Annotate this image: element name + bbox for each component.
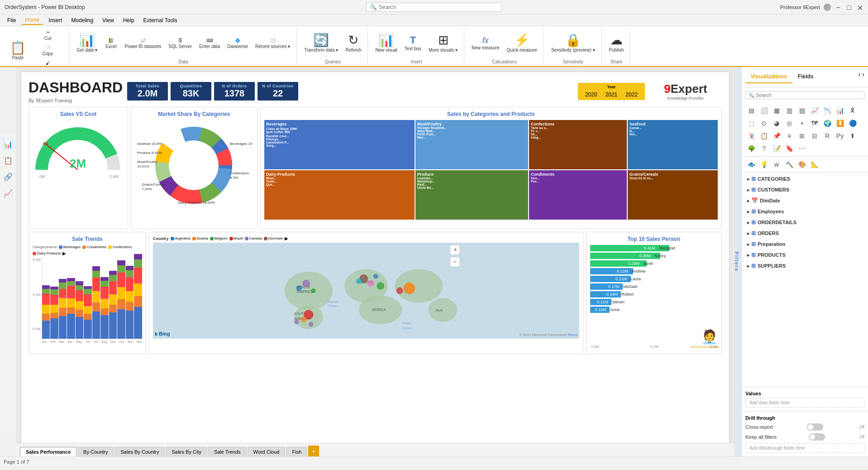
transform-button[interactable]: 🔄Transform data ▾ bbox=[301, 32, 341, 54]
legend-argentina[interactable]: Argentina bbox=[171, 236, 191, 240]
tab-fish[interactable]: Fish bbox=[286, 447, 307, 456]
bar-laura[interactable]: 0.21M Laura bbox=[590, 276, 718, 282]
treemap-condiments[interactable]: Condiments Siro... Pav... bbox=[529, 170, 627, 220]
close-button[interactable]: ✕ bbox=[856, 4, 863, 11]
viz-treemap[interactable]: ▪ bbox=[796, 117, 808, 129]
bar-aug[interactable] bbox=[100, 277, 109, 339]
menu-insert[interactable]: Insert bbox=[45, 16, 66, 24]
legend-canada[interactable]: Canada bbox=[245, 236, 262, 240]
bar-steven[interactable]: 0.11M Steven bbox=[590, 299, 718, 305]
map-background[interactable]: NORTH AMERICA SOUTH AMERICA EUROPE AFRIC… bbox=[153, 243, 579, 339]
menu-file[interactable]: File bbox=[4, 16, 19, 24]
bar-janet[interactable]: 0.29M Janet bbox=[590, 260, 718, 267]
maximize-button[interactable]: □ bbox=[845, 4, 853, 11]
bar-may[interactable] bbox=[76, 281, 84, 339]
viz-nar[interactable]: 📝 bbox=[771, 143, 782, 154]
get-data-button[interactable]: 📊Get data ▾ bbox=[74, 32, 100, 54]
fields-tab[interactable]: Fields bbox=[792, 71, 819, 83]
year-2020[interactable]: 2020 bbox=[582, 91, 600, 98]
bar-nancy[interactable]: 0.36M Nancy bbox=[590, 253, 718, 259]
viz-map[interactable]: 🗺 bbox=[809, 117, 820, 129]
viz-table[interactable]: ⊞ bbox=[796, 130, 808, 142]
format-painter-button[interactable]: 🖌Format painter bbox=[30, 59, 65, 67]
year-2021[interactable]: 2021 bbox=[603, 91, 620, 98]
bar-anne[interactable]: 0.10M Anne bbox=[590, 307, 718, 313]
bar-feb[interactable] bbox=[50, 287, 58, 339]
viz-funnel[interactable]: ⏬ bbox=[834, 117, 846, 129]
fields-search[interactable]: 🔍 bbox=[745, 91, 864, 99]
publish-button[interactable]: ☁Publish bbox=[606, 32, 627, 54]
legend-austria[interactable]: Austria bbox=[192, 236, 208, 240]
viz-paginated[interactable]: 🔖 bbox=[783, 143, 795, 154]
viz-custom3[interactable]: w bbox=[771, 158, 782, 170]
viz-custom1[interactable]: 🐟 bbox=[745, 158, 757, 170]
refresh-button[interactable]: ↻Refresh bbox=[343, 32, 364, 54]
new-visual-button[interactable]: 📊New visual bbox=[372, 32, 400, 54]
tab-add-button[interactable]: + bbox=[308, 446, 319, 456]
sales-vs-cost-chart[interactable]: Sales VS Cost 2M 0M 2.0M 1M bbox=[29, 107, 128, 229]
field-group-orderdetails[interactable]: ▸ ⊞ ORDERDETAILS bbox=[745, 218, 864, 227]
viz-slicer[interactable]: ≡ bbox=[783, 130, 795, 142]
field-group-employees[interactable]: ▸ ⊞ Employees bbox=[745, 207, 864, 216]
fields-search-input[interactable] bbox=[756, 92, 861, 98]
treemap-chart[interactable]: Sales by Categories and Products Beverag… bbox=[260, 107, 722, 229]
enter-data-button[interactable]: ⌨Enter data bbox=[196, 36, 223, 51]
legend-belgium[interactable]: Belgium bbox=[210, 236, 228, 240]
kpi-orders[interactable]: N of Orders 1378 bbox=[214, 82, 255, 101]
top10-chart[interactable]: Top 10 Sales Person 0.41M Margaret 0.36M… bbox=[586, 232, 722, 354]
map-chart[interactable]: Country Argentina Austria Belgium Brazil… bbox=[149, 232, 583, 354]
viz-more[interactable]: ⋯ bbox=[796, 143, 808, 154]
year-2022[interactable]: 2022 bbox=[623, 91, 640, 98]
bar-robert[interactable]: 0.16M Robert bbox=[590, 291, 718, 297]
treemap-confections[interactable]: Confections Tarte au s... Pt. c... Sir..… bbox=[529, 120, 627, 169]
viz-clustered-col[interactable]: ▧ bbox=[796, 105, 808, 116]
viz-area[interactable]: 📉 bbox=[821, 105, 833, 116]
sidebar-report-icon[interactable]: 📊 bbox=[2, 138, 14, 150]
menu-view[interactable]: View bbox=[99, 16, 118, 24]
field-group-orders[interactable]: ▸ ⊞ ORDERS bbox=[745, 229, 864, 238]
new-measure-button[interactable]: fxNew measure bbox=[469, 34, 502, 52]
sale-trends-chart[interactable]: Sale Trends CategoryName Beverages Condi… bbox=[29, 232, 146, 354]
viz-card[interactable]: 🃏 bbox=[745, 130, 757, 142]
viz-kpi[interactable]: 📌 bbox=[771, 130, 782, 142]
excel-button[interactable]: 📗Excel bbox=[102, 36, 120, 51]
tab-sales-by-city[interactable]: Sales By City bbox=[166, 447, 207, 456]
sidebar-data-icon[interactable]: 📋 bbox=[2, 154, 14, 167]
bar-andrew[interactable]: 0.22M Andrew bbox=[590, 268, 718, 274]
more-visuals-button[interactable]: ⊞More visuals ▾ bbox=[426, 32, 460, 54]
legend-denmark[interactable]: Denmark bbox=[264, 236, 283, 240]
viz-analytics[interactable]: 📐 bbox=[809, 158, 820, 170]
viz-r-visual[interactable]: R bbox=[821, 130, 833, 142]
tab-sale-trends[interactable]: Sale Trends bbox=[208, 447, 247, 456]
field-group-products[interactable]: ▸ ⊞ PRODUCTS bbox=[745, 250, 864, 259]
viz-python[interactable]: Py bbox=[834, 130, 846, 142]
viz-build[interactable]: 🔨 bbox=[783, 158, 795, 170]
cross-report-toggle[interactable] bbox=[807, 423, 823, 431]
field-group-categories[interactable]: ▸ ⊞ CATEGORIES bbox=[745, 174, 864, 183]
bar-nov[interactable] bbox=[126, 266, 134, 339]
bar-margaret[interactable]: 0.41M Margaret bbox=[590, 245, 718, 251]
treemap-meat[interactable]: Meat/Poultry Thringer Rostbrät... Alice … bbox=[415, 120, 528, 169]
viz-clustered-bar[interactable]: ⬜ bbox=[758, 105, 770, 116]
viz-stacked-bar[interactable]: ▤ bbox=[745, 105, 757, 116]
viz-format[interactable]: 🎨 bbox=[796, 158, 808, 170]
tab-sales-by-country[interactable]: Sales By Country bbox=[114, 447, 165, 456]
search-input[interactable] bbox=[379, 4, 487, 10]
treemap-grains[interactable]: Grains/Cereals Gnocchi di no... bbox=[628, 170, 718, 220]
viz-waterfall[interactable]: ⬚ bbox=[745, 117, 757, 129]
viz-filled-map[interactable]: 🌍 bbox=[821, 117, 833, 129]
panel-back-arrow[interactable]: ‹ bbox=[858, 71, 861, 83]
menu-help[interactable]: Help bbox=[119, 16, 138, 24]
market-share-chart[interactable]: Market Share By Categories bbox=[131, 107, 258, 229]
sensitivity-button[interactable]: 🔒Sensitivity (preview) ▾ bbox=[548, 32, 598, 54]
field-group-preparation[interactable]: ▸ ⊞ Preparation bbox=[745, 240, 864, 249]
menu-home[interactable]: Home bbox=[21, 16, 43, 25]
tab-word-cloud[interactable]: Word Cloud bbox=[248, 447, 286, 456]
legend-brazil[interactable]: Brazil bbox=[229, 236, 243, 240]
viz-decomp-tree[interactable]: 🌳 bbox=[745, 143, 757, 154]
visualizations-tab[interactable]: Visualizations bbox=[745, 71, 792, 83]
drill-placeholder[interactable]: Add drill-through fields here bbox=[745, 443, 864, 453]
viz-line[interactable]: 📈 bbox=[809, 105, 820, 116]
bar-mar[interactable] bbox=[59, 279, 67, 339]
treemap-produce[interactable]: Produce Louisian... Manjimup... Rast... … bbox=[415, 170, 528, 220]
